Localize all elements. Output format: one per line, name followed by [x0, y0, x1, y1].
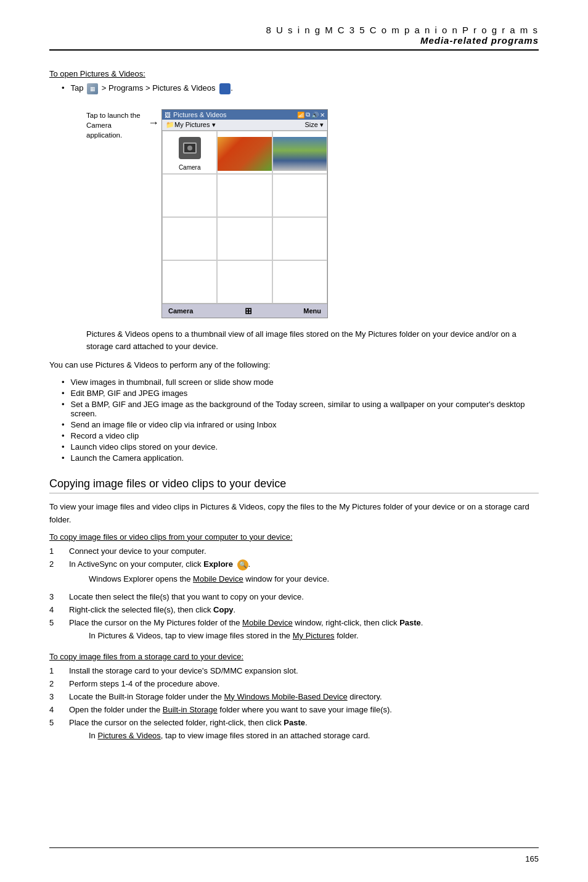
- grid-icon[interactable]: ⊞: [245, 306, 252, 316]
- titlebar-icons: 📶 ⧉ 🔊 ✕: [297, 111, 325, 118]
- start-icon: ▦: [87, 83, 98, 94]
- flower-img: [218, 137, 271, 171]
- tap-text: Tap ▦ > Programs > Pictures & Videos .: [71, 83, 233, 94]
- step-c3-text: Locate then select the file(s) that you …: [69, 592, 304, 601]
- step-s5-sub: In Pictures & Videos, tap to view image …: [89, 730, 370, 742]
- bottombar-left[interactable]: Camera: [168, 307, 193, 315]
- page-header: 8 U s i n g M C 3 5 C o m p a n i o n P …: [49, 25, 539, 51]
- device-titlebar: 🖼 Pictures & Videos 📶 ⧉ 🔊 ✕: [162, 110, 327, 120]
- copy-icon: ⧉: [306, 111, 310, 118]
- empty-cell-7: [162, 260, 217, 303]
- tap-instruction: • Tap ▦ > Programs > Pictures & Videos .: [49, 83, 539, 94]
- step-s2-text: Perform steps 1-4 of the procedure above…: [69, 679, 219, 688]
- step-s5-content: Place the cursor on the selected folder,…: [69, 718, 370, 746]
- bullet-0: •: [62, 377, 65, 387]
- step-c2-content: In ActiveSync on your computer, click Ex…: [69, 559, 329, 589]
- feature-item-5: • Launch video clips stored on your devi…: [49, 442, 539, 451]
- device-grid: Camera: [162, 131, 327, 303]
- bottom-line: [49, 847, 539, 848]
- feature-text-6: Launch the Camera application.: [71, 453, 184, 463]
- features-list: • View images in thumbnail, full screen …: [49, 377, 539, 463]
- step-s1-text: Install the storage card to your device'…: [69, 666, 298, 675]
- feature-text-0: View images in thumbnail, full screen or…: [71, 377, 274, 387]
- step-s2-num: 2: [49, 679, 62, 688]
- camera-label: Camera: [179, 164, 201, 171]
- open-procedure-heading: To open Pictures & Videos:: [49, 69, 539, 78]
- empty-cell-3: [272, 174, 327, 217]
- step-c2-num: 2: [49, 559, 62, 589]
- step-s5-text: Place the cursor on the selected folder,…: [69, 718, 308, 727]
- empty-cell-9: [272, 260, 327, 303]
- step-c4-text: Right-click the selected file(s), then c…: [69, 605, 235, 614]
- empty-cell-2: [217, 174, 272, 217]
- mobile-device-link-1: Mobile Device: [193, 574, 243, 583]
- bullet-dot: •: [62, 83, 65, 94]
- device-screen: 🖼 Pictures & Videos 📶 ⧉ 🔊 ✕ 📁 My Picture…: [161, 109, 328, 318]
- section-title: Media-related programs: [49, 35, 539, 46]
- explore-icon: 🔍: [237, 559, 248, 571]
- titlebar-left: 🖼 Pictures & Videos: [165, 111, 227, 118]
- close-icon[interactable]: ✕: [320, 112, 325, 118]
- can-use-heading: You can use Pictures & Videos to perform…: [49, 359, 539, 371]
- bullet-1: •: [62, 389, 65, 398]
- step-s1-num: 1: [49, 666, 62, 675]
- step-s1: 1 Install the storage card to your devic…: [49, 666, 539, 675]
- step-c3: 3 Locate then select the file(s) that yo…: [49, 592, 539, 601]
- step-s4: 4 Open the folder under the Built-in Sto…: [49, 705, 539, 714]
- empty-cell-4: [162, 217, 217, 260]
- step-s3: 3 Locate the Built-in Storage folder und…: [49, 692, 539, 701]
- step-c2: 2 In ActiveSync on your computer, click …: [49, 559, 539, 589]
- step-s3-num: 3: [49, 692, 62, 701]
- step-c5-text: Place the cursor on the My Pictures fold…: [69, 618, 423, 627]
- pictures-videos-icon: [219, 83, 231, 94]
- toolbar-size[interactable]: Size ▾: [305, 121, 324, 129]
- feature-text-2: Set a BMP, GIF and JEG image as the back…: [71, 400, 539, 418]
- step-s4-num: 4: [49, 705, 62, 714]
- device-bottombar: Camera ⊞ Menu: [162, 303, 327, 318]
- feature-item-1: • Edit BMP, GIF and JPEG images: [49, 389, 539, 398]
- device-toolbar: 📁 My Pictures ▾ Size ▾: [162, 120, 327, 131]
- step-c2-text: In ActiveSync on your computer, click Ex…: [69, 559, 250, 569]
- feature-text-5: Launch video clips stored on your device…: [71, 442, 218, 451]
- section-heading: Copying image files or video clips to yo…: [49, 477, 539, 493]
- flower-cell[interactable]: [217, 131, 272, 174]
- step-s5: 5 Place the cursor on the selected folde…: [49, 718, 539, 746]
- step-c1-text: Connect your device to your computer.: [69, 546, 206, 556]
- folder-icon: 📁: [166, 121, 174, 129]
- camera-cell-img: [163, 131, 216, 164]
- waterfall-thumbnail: [273, 137, 327, 171]
- bullet-3: •: [62, 420, 65, 429]
- copy-computer-steps: 1 Connect your device to your computer. …: [49, 546, 539, 646]
- feature-item-6: • Launch the Camera application.: [49, 453, 539, 463]
- bullet-2: •: [62, 400, 65, 418]
- screenshot-label: Tap to launch the Camera application.: [86, 104, 148, 318]
- page-number: 165: [525, 854, 539, 863]
- feature-item-2: • Set a BMP, GIF and JEG image as the ba…: [49, 400, 539, 418]
- step-s3-text: Locate the Built-in Storage folder under…: [69, 692, 382, 701]
- step-c3-num: 3: [49, 592, 62, 601]
- feature-item-0: • View images in thumbnail, full screen …: [49, 377, 539, 387]
- description-para1: Pictures & Videos opens to a thumbnail v…: [86, 328, 539, 353]
- step-c1-num: 1: [49, 546, 62, 556]
- section-para1: To view your image files and video clips…: [49, 501, 539, 525]
- empty-cell-5: [217, 217, 272, 260]
- copy-storage-heading: To copy image files from a storage card …: [49, 652, 539, 661]
- camera-cell[interactable]: Camera: [162, 131, 217, 174]
- feature-item-3: • Send an image file or video clip via i…: [49, 420, 539, 429]
- feature-item-4: • Record a video clip: [49, 431, 539, 440]
- waterfall-cell[interactable]: [272, 131, 327, 174]
- feature-text-1: Edit BMP, GIF and JPEG images: [71, 389, 188, 398]
- toolbar-folder[interactable]: My Pictures ▾: [174, 121, 216, 129]
- feature-text-3: Send an image file or video clip via inf…: [71, 420, 277, 429]
- empty-cell-6: [272, 217, 327, 260]
- feature-text-4: Record a video clip: [71, 431, 139, 440]
- copy-computer-heading: To copy image files or video clips from …: [49, 532, 539, 542]
- signal-icon: 📶: [297, 112, 304, 118]
- bottombar-right[interactable]: Menu: [303, 307, 321, 315]
- camera-icon: [179, 137, 201, 159]
- empty-cell-8: [217, 260, 272, 303]
- waterfall-img: [273, 137, 327, 171]
- bullet-6: •: [62, 453, 65, 463]
- my-pictures-link-1: My Pictures: [293, 631, 335, 640]
- copy-storage-steps: 1 Install the storage card to your devic…: [49, 666, 539, 746]
